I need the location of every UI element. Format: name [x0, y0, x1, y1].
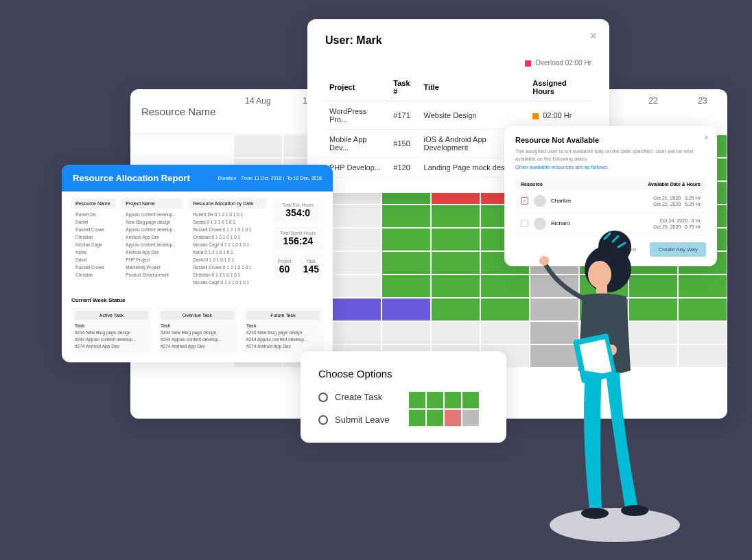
choose-title: Choose Options — [318, 368, 489, 380]
col-hours: Assigned Hours — [528, 73, 591, 102]
overdue-task-col: Overdue Task Task #234 New Blog page des… — [157, 307, 237, 353]
resource-row[interactable]: ✓CharlizeOct 21, 2020 3.25 HrOct 22, 202… — [515, 190, 706, 213]
svg-point-2 — [588, 261, 611, 288]
report-duration: Duration From 11 Oct, 2018 | To 18 Dec, … — [218, 176, 322, 180]
svg-point-4 — [539, 256, 549, 266]
submit-leave-option[interactable]: Submit Leave — [318, 415, 390, 425]
modal-title: User: Mark — [325, 34, 591, 47]
col-title: Title — [420, 73, 529, 102]
allocation-report-panel: Resource Allocation Report Duration From… — [62, 165, 333, 362]
dialog-title: Resource Not Available — [515, 136, 706, 144]
svg-point-8 — [581, 508, 609, 519]
create-task-option[interactable]: Create Task — [318, 392, 390, 402]
col-task: Task # — [389, 73, 419, 102]
radio-icon — [318, 415, 328, 425]
availability-swatch — [409, 392, 479, 426]
task-row[interactable]: WordPress Pro...#171Website Design02:00 … — [325, 102, 591, 130]
other-resources-link[interactable]: Other available resources are as follows… — [515, 164, 706, 172]
avatar — [534, 195, 546, 207]
checkbox-icon[interactable]: ✓ — [521, 197, 528, 205]
dialog-desc: The assigned user is not available fully… — [515, 148, 706, 163]
report-title: Resource Allocation Report — [73, 173, 190, 183]
close-icon[interactable]: × — [589, 29, 597, 43]
overload-indicator: Overload 02:00 Hr — [525, 59, 591, 67]
checkbox-icon[interactable] — [521, 220, 528, 227]
person-illustration — [536, 226, 680, 542]
radio-icon — [318, 393, 328, 402]
report-header: Resource Allocation Report Duration From… — [62, 165, 333, 191]
col-project: Project — [325, 73, 389, 102]
date-cell: 14 Aug — [233, 89, 283, 134]
close-icon[interactable]: × — [704, 133, 709, 143]
choose-options-panel: Choose Options Create Task Submit Leave — [301, 351, 506, 443]
active-task-col: Active Task Task #234 New Blog page desi… — [71, 307, 152, 353]
svg-point-9 — [621, 505, 648, 516]
resource-name-header: Resource Name — [130, 89, 233, 134]
future-task-col: Future Task Task #234 New Blog page desi… — [243, 307, 323, 353]
